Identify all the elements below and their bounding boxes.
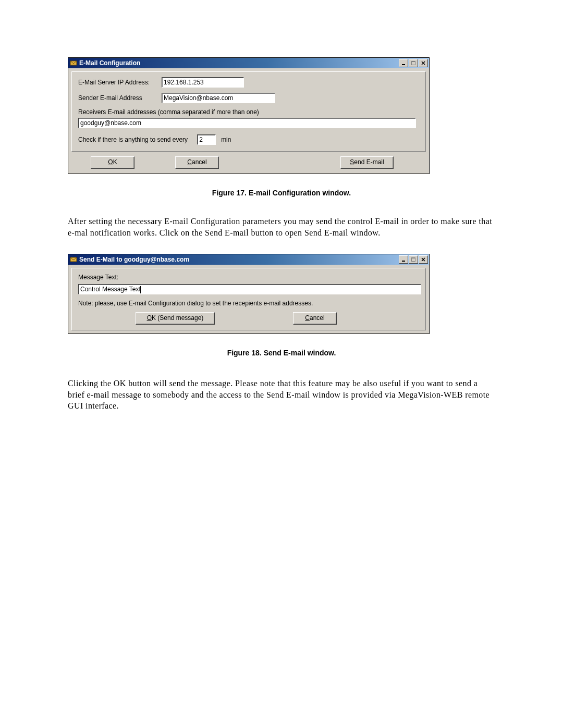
form-panel: Message Text: Control Message Text Note:… xyxy=(71,268,426,330)
send-email-button[interactable]: Send E-mail xyxy=(340,156,394,169)
ok-button[interactable]: OK xyxy=(91,156,134,169)
text-caret-icon xyxy=(140,286,141,293)
note-text: Note: please, use E-mail Configuration d… xyxy=(78,300,313,307)
check-interval-label-pre: Check if there is anything to send every xyxy=(78,136,188,143)
minimize-button[interactable] xyxy=(399,255,408,264)
cancel-button[interactable]: Cancel xyxy=(293,312,337,325)
receivers-input[interactable]: goodguy@nbase.com xyxy=(78,118,416,128)
svg-rect-1 xyxy=(402,64,405,65)
sender-email-label: Sender E-mail Address xyxy=(78,94,162,102)
sender-email-input[interactable]: MegaVision@nbase.com xyxy=(162,93,275,103)
svg-rect-7 xyxy=(411,257,415,258)
close-button[interactable] xyxy=(419,255,428,264)
email-config-window: E-Mail Configuration E-Mail Server IP Ad… xyxy=(68,57,430,174)
app-icon xyxy=(70,59,77,67)
window-title: Send E-Mail to goodguy@nbase.com xyxy=(79,256,398,263)
message-text-input[interactable]: Control Message Text xyxy=(78,284,421,294)
app-icon xyxy=(70,256,77,263)
ok-send-button[interactable]: OK (Send message) xyxy=(136,312,215,325)
window-title: E-Mail Configuration xyxy=(79,59,398,67)
receivers-label: Receivers E-mail addresses (comma separa… xyxy=(78,108,259,116)
minimize-button[interactable] xyxy=(399,59,408,67)
svg-rect-5 xyxy=(402,261,405,262)
maximize-button xyxy=(409,255,418,264)
paragraph-2: Clicking the OK button will send the mes… xyxy=(68,378,495,412)
paragraph-1: After setting the necessary E-mail Confi… xyxy=(68,216,495,238)
titlebar[interactable]: Send E-Mail to goodguy@nbase.com xyxy=(68,254,429,265)
check-interval-label-post: min xyxy=(221,136,231,143)
figure17-caption: Figure 17. E-mail Configuration window. xyxy=(68,189,495,197)
check-interval-input[interactable]: 2 xyxy=(197,134,216,145)
maximize-button xyxy=(409,59,418,67)
message-text-label: Message Text: xyxy=(78,274,118,281)
send-email-window: Send E-Mail to goodguy@nbase.com Message… xyxy=(68,254,430,334)
cancel-button[interactable]: Cancel xyxy=(175,156,219,169)
form-panel: E-Mail Server IP Address: 192.168.1.253 … xyxy=(71,71,426,152)
svg-rect-3 xyxy=(411,61,415,62)
button-row: OK Cancel Send E-mail xyxy=(70,153,427,172)
ok-button-label: K xyxy=(113,158,117,166)
close-button[interactable] xyxy=(419,59,428,67)
figure18-caption: Figure 18. Send E-mail window. xyxy=(68,349,495,357)
server-ip-label: E-Mail Server IP Address: xyxy=(78,79,162,86)
titlebar[interactable]: E-Mail Configuration xyxy=(68,58,429,68)
server-ip-input[interactable]: 192.168.1.253 xyxy=(162,77,244,88)
